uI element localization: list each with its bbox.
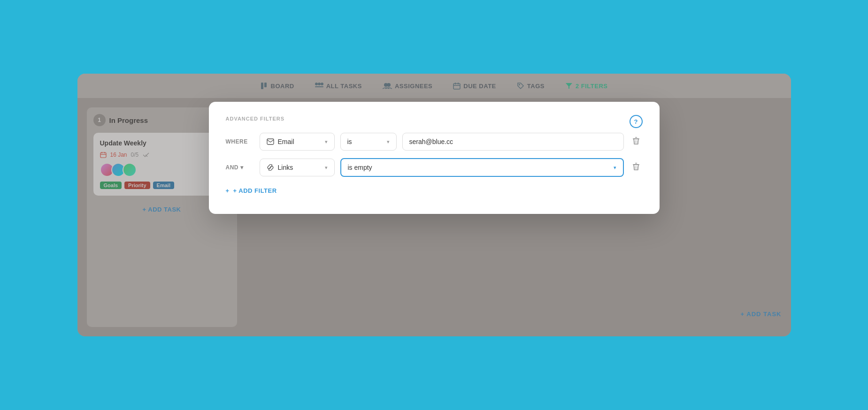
modal-help-button[interactable]: ? [630,115,643,128]
filter2-delete-button[interactable] [630,159,643,175]
modal-overlay: ADVANCED FILTERS ? WHERE Email ▾ is ▾ [77,74,791,336]
filter2-field-chevron: ▾ [325,165,328,171]
filter1-condition-chevron: ▾ [387,139,390,145]
filter1-field-dropdown[interactable]: Email ▾ [260,133,335,151]
modal-title: ADVANCED FILTERS [226,116,643,121]
filter-where-label: WHERE [226,138,254,145]
trash-icon [632,137,640,145]
add-filter-plus: + [226,187,230,194]
trash-icon-2 [632,162,640,171]
filter1-condition-dropdown[interactable]: is ▾ [340,133,397,151]
link-icon [267,164,274,171]
filter-row-1: WHERE Email ▾ is ▾ [226,133,643,151]
filter-row-2: AND ▾ Links ▾ is empty ▾ [226,158,643,177]
advanced-filters-modal: ADVANCED FILTERS ? WHERE Email ▾ is ▾ [209,102,660,214]
filter2-is-empty-chevron: ▾ [614,165,616,171]
filter2-condition-dropdown[interactable]: is empty ▾ [340,158,624,177]
add-filter-button[interactable]: + + ADD FILTER [226,184,643,197]
filter1-field-chevron: ▾ [325,139,328,145]
filter1-delete-button[interactable] [630,134,643,150]
filter1-value-input[interactable] [402,133,624,151]
svg-rect-18 [267,139,274,144]
email-icon [267,138,274,145]
app-window: BOARD ALL TASKS ASSIGNEES [77,74,791,336]
filter-and-label[interactable]: AND ▾ [226,164,254,171]
filter2-field-dropdown[interactable]: Links ▾ [260,159,335,176]
